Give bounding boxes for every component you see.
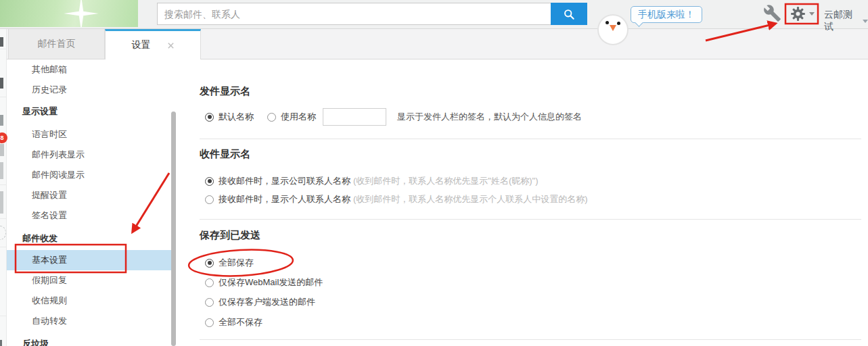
sidebar-item-history[interactable]: 历史记录 bbox=[7, 80, 171, 100]
chevron-down-icon bbox=[809, 12, 815, 16]
radio-label: 接收邮件时，显示个人联系人名称 bbox=[219, 193, 350, 205]
radio-label: 仅保存客户端发送的邮件 bbox=[219, 296, 315, 308]
folder-pane-clipped: 8 bbox=[0, 29, 7, 346]
sidebar-item-vacation-reply[interactable]: 假期回复 bbox=[7, 270, 171, 291]
settings-sidebar: 其他邮箱 历史记录 显示设置 语言时区 邮件列表显示 邮件阅读显示 提醒设置 签… bbox=[7, 59, 171, 346]
mascot-eye bbox=[617, 22, 620, 25]
section-divider bbox=[200, 219, 861, 220]
settings-gear-button[interactable] bbox=[790, 5, 815, 22]
search-icon bbox=[562, 7, 576, 21]
radio-use-name[interactable] bbox=[267, 113, 276, 122]
sidebar-header-display-settings: 显示设置 bbox=[7, 101, 171, 122]
radio-save-webmail-only[interactable] bbox=[205, 278, 214, 287]
tab-settings[interactable]: 设置 bbox=[105, 29, 201, 59]
gear-icon bbox=[790, 5, 806, 22]
section-title-recipient-display-name: 收件显示名 bbox=[200, 148, 250, 161]
sparkle-icon bbox=[62, 0, 100, 27]
unread-count-badge: 8 bbox=[0, 132, 7, 143]
section-divider bbox=[200, 339, 861, 340]
brand-logo bbox=[0, 0, 138, 27]
section-title-save-to-sent: 保存到已发送 bbox=[200, 229, 260, 242]
sidebar-item-mail-list-display[interactable]: 邮件列表显示 bbox=[7, 145, 171, 165]
clipped-avatar-placeholder bbox=[0, 226, 6, 240]
radio-note: (收到邮件时，联系人名称优先显示个人联系人中设置的名称) bbox=[353, 193, 588, 205]
clipped-icon bbox=[0, 191, 3, 214]
custom-name-input[interactable] bbox=[323, 108, 386, 126]
mascot-avatar bbox=[597, 14, 629, 45]
search-button[interactable] bbox=[551, 3, 587, 25]
tab-close-icon[interactable] bbox=[167, 42, 175, 49]
radio-label: 接收邮件时，显示公司联系人名称 bbox=[219, 175, 350, 187]
clipped-icon bbox=[0, 162, 3, 179]
radio-label: 全部不保存 bbox=[219, 316, 262, 328]
sidebar-item-reminder-settings[interactable]: 提醒设置 bbox=[7, 185, 171, 205]
settings-content: 发件显示名 默认名称 使用名称 显示于发件人栏的签名，默认为个人信息的签名 收件… bbox=[177, 59, 868, 346]
chevron-down-icon bbox=[863, 20, 868, 23]
sidebar-item-language-timezone[interactable]: 语言时区 bbox=[7, 124, 171, 145]
search-input[interactable] bbox=[157, 3, 551, 25]
mascot-beak bbox=[610, 25, 616, 31]
sidebar-item-receive-rules[interactable]: 收信规则 bbox=[7, 291, 171, 311]
account-name: 云邮测试 bbox=[824, 9, 859, 33]
radio-save-client-only[interactable] bbox=[205, 298, 214, 307]
clipped-icon bbox=[0, 78, 3, 89]
section-divider bbox=[200, 139, 861, 139]
sidebar-item-basic-settings[interactable]: 基本设置 bbox=[7, 250, 171, 270]
clipped-icon bbox=[0, 340, 2, 346]
sidebar-header-mail-send-receive: 邮件收发 bbox=[7, 228, 171, 249]
sidebar-item-signature-settings[interactable]: 签名设置 bbox=[7, 205, 171, 226]
tab-mail-home[interactable]: 邮件首页 bbox=[8, 29, 105, 59]
mobile-version-bubble[interactable]: 手机版来啦！ bbox=[631, 6, 702, 23]
radio-label: 默认名称 bbox=[219, 111, 254, 123]
clipped-icon bbox=[0, 144, 4, 156]
sidebar-item-other-mailbox[interactable]: 其他邮箱 bbox=[7, 59, 171, 80]
sidebar-item-mail-read-display[interactable]: 邮件阅读显示 bbox=[7, 165, 171, 185]
account-menu[interactable]: 云邮测试 bbox=[824, 9, 868, 33]
clipped-icon bbox=[0, 37, 3, 47]
tab-label: 邮件首页 bbox=[38, 38, 76, 50]
tab-label: 设置 bbox=[132, 39, 151, 51]
sidebar-scrollbar[interactable] bbox=[171, 112, 176, 346]
wrench-icon[interactable] bbox=[763, 4, 781, 22]
radio-note: (收到邮件时，联系人名称优先显示"姓名(昵称)") bbox=[353, 175, 539, 187]
sender-name-hint: 显示于发件人栏的签名，默认为个人信息的签名 bbox=[397, 111, 582, 123]
top-bar: 手机版来啦！ 云邮测试 bbox=[0, 0, 868, 29]
mascot-eye bbox=[606, 21, 609, 24]
radio-personal-contact-name[interactable] bbox=[205, 195, 214, 204]
radio-label: 仅保存WebMail发送的邮件 bbox=[219, 276, 323, 289]
clipped-icon bbox=[0, 115, 3, 126]
section-title-sender-display-name: 发件显示名 bbox=[200, 85, 250, 98]
sidebar-item-auto-forward[interactable]: 自动转发 bbox=[7, 311, 171, 331]
radio-label: 全部保存 bbox=[219, 257, 254, 269]
radio-company-contact-name[interactable] bbox=[205, 177, 214, 186]
tab-strip: 邮件首页 设置 bbox=[7, 29, 868, 59]
radio-default-name[interactable] bbox=[205, 113, 214, 122]
radio-save-all[interactable] bbox=[205, 259, 214, 268]
radio-save-none[interactable] bbox=[205, 318, 214, 327]
radio-label: 使用名称 bbox=[281, 111, 316, 123]
sidebar-header-anti-spam: 反垃圾 bbox=[7, 334, 171, 346]
